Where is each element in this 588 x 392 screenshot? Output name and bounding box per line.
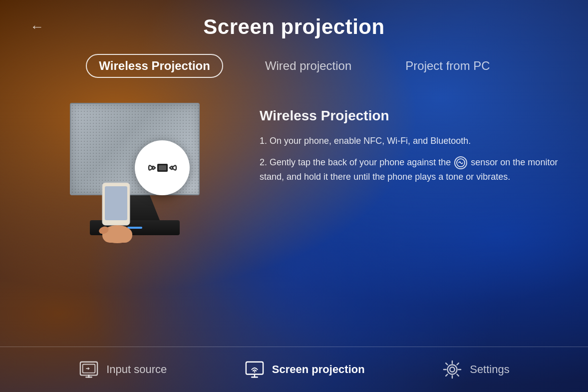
svg-rect-1 [159,165,166,170]
svg-point-13 [448,365,457,375]
input-source-icon [78,360,99,379]
nav-screen-projection[interactable]: Screen projection [244,360,365,379]
illustration-area [30,93,240,235]
header: ← Screen projection [0,0,588,46]
nav-settings-label: Settings [470,363,510,376]
svg-rect-3 [105,186,127,220]
svg-point-11 [254,371,255,373]
svg-point-12 [450,367,455,372]
section-title: Wireless Projection [260,108,558,124]
settings-icon [442,360,463,379]
screen-projection-icon [244,360,265,379]
nav-input-source-label: Input source [106,363,167,376]
main-content: ← Screen projection Wireless Projection … [0,0,588,392]
page-title: Screen projection [203,15,384,39]
nav-screen-projection-label: Screen projection [272,363,365,376]
tab-bar: Wireless Projection Wired projection Pro… [0,46,588,88]
nfc-inline-icon [454,156,467,169]
back-button[interactable]: ← [30,19,44,35]
nav-input-source[interactable]: Input source [78,360,167,379]
step-1: 1. On your phone, enable NFC, Wi-Fi, and… [260,134,558,148]
tab-wired[interactable]: Wired projection [253,55,363,77]
nfc-icon [146,160,179,176]
nfc-sensor-circle [135,140,190,195]
tab-pc[interactable]: Project from PC [393,55,502,77]
text-content: Wireless Projection 1. On your phone, en… [260,93,558,235]
step2-text-part1: 2. Gently tap the back of your phone aga… [260,157,451,167]
tab-wireless[interactable]: Wireless Projection [86,54,223,78]
bottom-nav: Input source Screen projection [0,347,588,392]
nav-settings[interactable]: Settings [442,360,510,379]
main-area: Wireless Projection 1. On your phone, en… [0,88,588,235]
step-2: 2. Gently tap the back of your phone aga… [260,155,558,184]
hand-illustration [95,180,140,240]
monitor-group [70,103,200,235]
